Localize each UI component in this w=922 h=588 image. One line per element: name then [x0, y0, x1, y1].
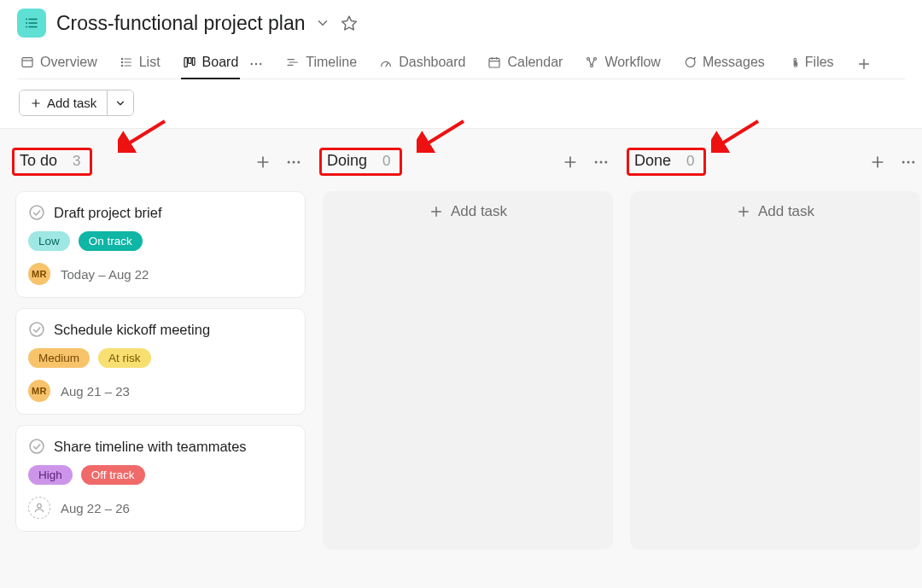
svg-rect-16	[188, 58, 190, 64]
complete-task-icon[interactable]	[28, 204, 45, 221]
column-header: Doing 0	[323, 144, 613, 191]
empty-column-dropzone[interactable]: Add task	[630, 191, 920, 550]
tabs-bar: Overview List Board Timeline Dashboard C…	[17, 49, 905, 79]
tab-label: Messages	[703, 55, 765, 70]
messages-icon	[683, 55, 697, 69]
svg-point-58	[902, 160, 905, 163]
column-header: Done 0	[630, 144, 920, 191]
svg-point-13	[121, 61, 122, 62]
add-task-caret[interactable]	[107, 90, 133, 115]
svg-point-20	[260, 63, 261, 65]
tab-overview[interactable]: Overview	[20, 49, 97, 79]
tab-dashboard[interactable]: Dashboard	[379, 49, 465, 79]
card-date: Aug 21 – 23	[61, 384, 130, 399]
svg-point-43	[293, 160, 295, 163]
svg-point-4	[26, 22, 27, 24]
calendar-icon	[487, 55, 501, 69]
svg-point-14	[121, 65, 122, 66]
task-card[interactable]: Schedule kickoff meetingMediumAt riskMRA…	[15, 308, 306, 415]
add-tab-icon[interactable]	[856, 56, 872, 72]
tab-workflow[interactable]: Workflow	[585, 49, 661, 79]
star-icon[interactable]	[341, 15, 358, 32]
project-title[interactable]: Cross-functional project plan	[56, 12, 305, 35]
column-more-icon[interactable]	[285, 154, 302, 171]
add-task-in-column[interactable]: Add task	[736, 203, 814, 220]
column-count: 0	[382, 153, 390, 169]
board-column: To do 3Draft project briefLowOn trackMRT…	[15, 144, 306, 550]
tag[interactable]: Off track	[81, 465, 145, 485]
tab-label: Board	[202, 55, 239, 70]
tag[interactable]: Medium	[28, 348, 90, 368]
tab-calendar[interactable]: Calendar	[487, 49, 563, 79]
timeline-icon	[286, 55, 300, 69]
add-task-label: Add task	[758, 203, 814, 220]
assignee-avatar[interactable]: MR	[28, 263, 50, 285]
svg-point-45	[30, 206, 44, 219]
column-more-icon[interactable]	[592, 154, 610, 171]
column-title[interactable]: To do	[20, 152, 57, 169]
add-task-button[interactable]: Add task	[20, 90, 107, 115]
add-task-in-column[interactable]: Add task	[429, 203, 507, 220]
complete-task-icon[interactable]	[28, 438, 45, 455]
board-column: Done 0Add task	[630, 144, 920, 550]
board-icon	[183, 55, 196, 69]
tab-list[interactable]: List	[120, 49, 160, 79]
empty-column-dropzone[interactable]: Add task	[323, 191, 613, 550]
svg-point-48	[38, 504, 42, 508]
svg-point-53	[604, 160, 607, 163]
svg-point-52	[600, 160, 603, 163]
tab-label: Workflow	[604, 55, 661, 70]
plus-icon	[429, 204, 444, 219]
plus-icon	[30, 97, 42, 109]
task-card[interactable]: Draft project briefLowOn trackMRToday – …	[15, 191, 306, 298]
column-more-icon[interactable]	[900, 154, 917, 171]
task-card[interactable]: Share timeline with teammatesHighOff tra…	[15, 425, 306, 532]
assignee-avatar[interactable]: MR	[28, 380, 50, 402]
tag[interactable]: Low	[28, 231, 70, 251]
card-date: Today – Aug 22	[61, 267, 149, 282]
tag[interactable]: On track	[79, 231, 143, 251]
column-add-icon[interactable]	[869, 154, 886, 171]
complete-task-icon[interactable]	[28, 321, 45, 338]
tab-messages[interactable]: Messages	[683, 49, 765, 79]
plus-icon	[736, 204, 751, 219]
column-title[interactable]: Done	[634, 152, 671, 169]
card-title: Draft project brief	[54, 205, 162, 221]
svg-point-51	[595, 160, 598, 163]
tab-board[interactable]: Board	[183, 49, 239, 79]
tag[interactable]: High	[28, 465, 73, 485]
annotation-highlight: Doing 0	[319, 148, 402, 176]
svg-line-24	[386, 63, 388, 67]
add-task-label: Add task	[47, 96, 96, 110]
tab-label: Files	[805, 55, 834, 70]
svg-point-18	[251, 63, 253, 65]
svg-point-19	[255, 63, 257, 65]
add-task-label: Add task	[451, 203, 507, 220]
tab-timeline[interactable]: Timeline	[286, 49, 357, 79]
project-menu-caret[interactable]	[315, 15, 330, 31]
svg-point-3	[26, 19, 27, 20]
toolbar: Add task	[0, 79, 922, 128]
unassigned-avatar-icon[interactable]	[28, 497, 50, 519]
svg-point-46	[30, 323, 44, 336]
tab-label: List	[139, 55, 160, 70]
board-tab-more-icon[interactable]	[248, 56, 264, 72]
card-date: Aug 22 – 26	[61, 501, 130, 515]
column-count: 3	[73, 153, 80, 169]
column-add-icon[interactable]	[562, 154, 579, 171]
svg-marker-6	[342, 16, 357, 30]
column-title[interactable]: Doing	[327, 152, 367, 169]
svg-point-31	[591, 65, 593, 67]
column-add-icon[interactable]	[254, 154, 271, 171]
list-icon	[120, 55, 133, 69]
tab-files[interactable]: Files	[787, 49, 834, 79]
tag[interactable]: At risk	[98, 348, 151, 368]
svg-point-42	[288, 160, 290, 163]
board-column: Doing 0Add task	[323, 144, 613, 550]
column-count: 0	[686, 153, 694, 169]
tab-label: Dashboard	[399, 55, 465, 70]
workflow-icon	[585, 55, 598, 69]
svg-rect-15	[184, 58, 187, 67]
svg-rect-17	[192, 58, 195, 66]
tab-label: Calendar	[507, 55, 563, 70]
